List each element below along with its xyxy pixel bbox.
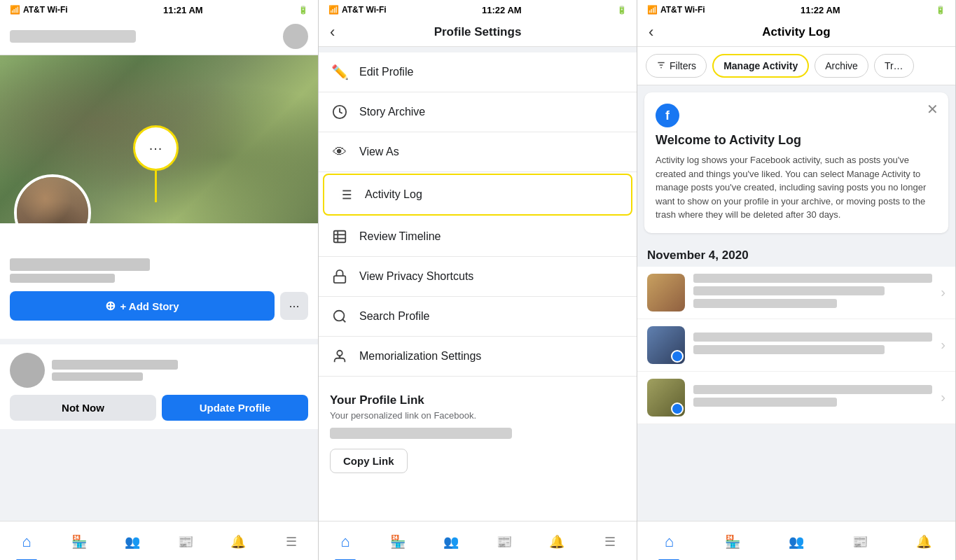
date-section-november: November 4, 2020 <box>637 240 955 267</box>
shop-icon-3: 🏪 <box>725 534 740 550</box>
view-as-icon: 👁 <box>330 142 349 162</box>
status-battery-1: 🔋 <box>298 6 308 15</box>
settings-item-edit-profile[interactable]: ✏️ Edit Profile <box>319 52 637 92</box>
status-carrier-1: 📶 AT&T Wi-Fi <box>10 5 68 15</box>
bottom-nav-1: ⌂ 🏪 👥 📰 🔔 ☰ <box>0 521 318 560</box>
story-archive-label: Story Archive <box>359 106 425 118</box>
signal-icon-3: 📶 <box>647 5 658 15</box>
profile-link-subtitle: Your personalized link on Facebook. <box>330 410 625 421</box>
activity-text-2 <box>693 332 932 358</box>
signal-icon: 📶 <box>10 5 20 15</box>
profile-cover-photo: ··· <box>0 55 318 223</box>
profile-link-section: Your Profile Link Your personalized link… <box>319 382 637 484</box>
thumb-image-1 <box>647 274 685 312</box>
archive-tab[interactable]: Archive <box>815 54 868 78</box>
svg-point-14 <box>337 351 342 356</box>
friends-icon-3: 👥 <box>789 534 804 550</box>
back-button-2[interactable]: ‹ <box>330 23 335 41</box>
nav-home-3[interactable]: ⌂ <box>655 529 683 554</box>
manage-activity-label: Manage Activity <box>723 60 798 71</box>
not-now-button[interactable]: Not Now <box>10 395 156 421</box>
nav-shop-2[interactable]: 🏪 <box>384 529 412 554</box>
friends-icon-1: 👥 <box>125 534 140 550</box>
profile-header-bar <box>0 18 318 55</box>
battery-icon-1: 🔋 <box>298 6 308 15</box>
suggested-text <box>52 360 308 381</box>
activity-item-3[interactable]: › <box>637 372 955 424</box>
nav-friends-1[interactable]: 👥 <box>118 529 146 554</box>
settings-item-activity-log[interactable]: Activity Log <box>323 174 632 216</box>
search-profile-icon <box>330 307 349 326</box>
more-options-button[interactable]: ··· <box>280 292 308 320</box>
settings-item-search-profile[interactable]: Search Profile <box>319 297 637 337</box>
nav-shop-1[interactable]: 🏪 <box>65 529 93 554</box>
nav-news-3[interactable]: 📰 <box>846 529 874 554</box>
settings-item-memorialization[interactable]: Memorialization Settings <box>319 337 637 377</box>
nav-menu-2[interactable]: ☰ <box>596 529 624 554</box>
profile-name-blurred <box>10 30 136 43</box>
add-story-button[interactable]: ⊕ + Add Story <box>10 291 275 321</box>
settings-item-review-timeline[interactable]: Review Timeline <box>319 217 637 257</box>
nav-friends-2[interactable]: 👥 <box>437 529 465 554</box>
status-bar-3: 📶 AT&T Wi-Fi 11:22 AM 🔋 <box>637 0 955 18</box>
activity-item-2[interactable]: › <box>637 319 955 372</box>
manage-activity-tab[interactable]: Manage Activity <box>712 54 809 78</box>
close-welcome-card-button[interactable]: ✕ <box>927 101 938 118</box>
edit-profile-icon: ✏️ <box>330 62 349 82</box>
svg-point-12 <box>334 311 345 321</box>
activity-text-blur-3a <box>693 385 932 394</box>
nav-shop-3[interactable]: 🏪 <box>719 529 747 554</box>
activity-chevron-2: › <box>941 337 945 353</box>
dots-icon: ··· <box>289 299 299 314</box>
settings-item-story-archive[interactable]: Story Archive <box>319 92 637 132</box>
trash-tab[interactable]: Tr… <box>874 54 914 78</box>
archive-tab-label: Archive <box>825 60 858 71</box>
nav-bell-1[interactable]: 🔔 <box>224 529 252 554</box>
story-archive-icon <box>330 102 349 122</box>
settings-item-privacy-shortcuts[interactable]: View Privacy Shortcuts <box>319 257 637 297</box>
news-icon-1: 📰 <box>178 534 193 550</box>
nav-friends-3[interactable]: 👥 <box>782 529 810 554</box>
update-profile-button[interactable]: Update Profile <box>162 395 308 421</box>
bell-icon-2: 🔔 <box>549 534 564 550</box>
welcome-title: Welcome to Activity Log <box>656 133 937 148</box>
settings-list: ✏️ Edit Profile Story Archive 👁 View As <box>319 52 637 521</box>
activity-text-blur-1a <box>693 274 932 283</box>
thumb-image-3 <box>647 379 685 416</box>
profile-name-blur <box>10 258 150 271</box>
nav-news-1[interactable]: 📰 <box>172 529 200 554</box>
view-as-label: View As <box>359 146 399 158</box>
review-timeline-label: Review Timeline <box>359 230 441 243</box>
copy-link-button[interactable]: Copy Link <box>330 449 408 473</box>
suggested-avatar <box>10 353 45 388</box>
status-time-2: 11:22 AM <box>482 5 522 15</box>
nav-home-1[interactable]: ⌂ <box>13 529 41 554</box>
filters-tab[interactable]: Filters <box>646 54 707 78</box>
nav-bell-2[interactable]: 🔔 <box>543 529 571 554</box>
facebook-logo-icon: f <box>656 104 679 127</box>
date-label: November 4, 2020 <box>647 248 749 262</box>
status-bar-1: 📶 AT&T Wi-Fi 11:21 AM 🔋 <box>0 0 318 18</box>
bell-icon-1: 🔔 <box>230 534 246 550</box>
settings-title: Profile Settings <box>434 25 522 39</box>
settings-item-view-as[interactable]: 👁 View As <box>319 132 637 172</box>
more-dots-icon[interactable]: ··· <box>149 140 163 156</box>
avatar-image <box>17 177 88 223</box>
privacy-shortcuts-icon <box>330 267 349 286</box>
activity-log-header: ‹ Activity Log <box>637 18 955 47</box>
news-icon-3: 📰 <box>852 534 868 550</box>
news-icon-2: 📰 <box>497 534 512 550</box>
activity-text-1 <box>693 274 932 312</box>
nav-menu-1[interactable]: ☰ <box>277 529 305 554</box>
back-button-3[interactable]: ‹ <box>649 23 653 41</box>
nav-bell-3[interactable]: 🔔 <box>910 529 938 554</box>
filter-tabs-row: Filters Manage Activity Archive Tr… <box>637 47 955 85</box>
review-timeline-icon <box>330 227 349 246</box>
nav-home-2[interactable]: ⌂ <box>331 529 359 554</box>
welcome-description: Activity log shows your Facebook activit… <box>656 153 937 222</box>
menu-icon-1: ☰ <box>286 534 297 550</box>
home-icon-3: ⌂ <box>665 533 674 551</box>
nav-news-2[interactable]: 📰 <box>490 529 518 554</box>
activity-text-blur-2a <box>693 332 932 342</box>
activity-item-1[interactable]: › <box>637 267 955 319</box>
